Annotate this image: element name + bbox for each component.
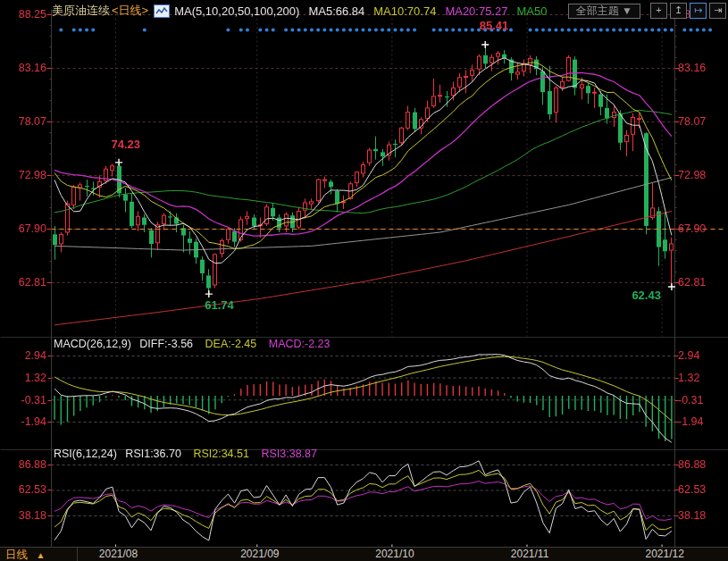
macd-y-label: 2.94 [678, 349, 726, 362]
macd-title[interactable]: MACD(26,12,9) [54, 338, 131, 350]
main-y-label: 67.90 [0, 222, 46, 235]
macd-value: MACD:-2.23 [269, 338, 331, 350]
rsi-title[interactable]: RSI(6,12,24) [54, 448, 117, 460]
date-label: 2021/08 [92, 548, 146, 560]
date-label: 2021/12 [638, 548, 691, 560]
symbol-name[interactable]: 美原油连续 [52, 3, 110, 19]
macd-y-label: 1.32 [0, 372, 46, 384]
macd-header: MACD(26,12,9) DIFF:-3.56 DEA:-2.45 MACD:… [54, 338, 331, 350]
date-label: 2021/11 [503, 548, 556, 560]
main-y-label: 78.07 [678, 115, 726, 128]
ma50-value: MA50 [517, 4, 548, 18]
macd-y-label: -0.31 [0, 394, 46, 406]
rsi-y-label: 86.88 [0, 458, 46, 471]
theme-dropdown[interactable]: 全部主题 ▼ [568, 4, 640, 19]
main-y-label: 88.25 [0, 8, 46, 21]
main-y-label: 62.81 [678, 276, 726, 289]
period-selector[interactable]: 日线 ▲ [0, 548, 78, 561]
rsi1-value: RSI1:36.70 [125, 448, 181, 460]
chart-canvas[interactable] [0, 0, 728, 561]
macd-y-label: -0.31 [678, 394, 726, 406]
period-label: 日线 [5, 548, 28, 561]
annotation-low: 61.74 [205, 298, 234, 312]
rsi-header: RSI(6,12,24) RSI1:36.70 RSI2:34.51 RSI3:… [54, 448, 317, 460]
annotation-low: 62.43 [632, 289, 661, 302]
date-label: 2021/09 [233, 548, 287, 560]
period-arrow-icon: ▲ [36, 550, 45, 560]
rsi2-value: RSI2:34.51 [193, 448, 249, 460]
rsi-y-label: 86.88 [678, 458, 726, 471]
main-y-label: 83.16 [678, 62, 726, 74]
macd-y-label: -1.94 [678, 415, 726, 428]
rsi-y-label: 62.53 [678, 483, 726, 496]
expand-right-icon[interactable]: ⇥ [709, 3, 726, 19]
zoom-vertical-icon[interactable]: ↥ [670, 3, 687, 19]
annotation-high: 74.23 [112, 138, 141, 151]
macd-y-label: 1.32 [678, 372, 726, 384]
rsi3-value: RSI3:38.87 [261, 448, 317, 460]
chart-header: 美原油连续 <日线> MA(5,10,20,50,100,200) MA5:66… [52, 2, 726, 20]
rsi-y-label: 38.18 [678, 509, 726, 522]
rsi-y-label: 62.53 [0, 483, 46, 496]
ma20-value: MA20:75.27 [445, 4, 507, 18]
macd-y-label: -1.94 [0, 415, 46, 428]
zoom-horizontal-icon[interactable]: ↦ [690, 3, 707, 19]
ma10-value: MA10:70.74 [373, 4, 436, 18]
main-y-label: 83.16 [0, 62, 46, 74]
main-y-label: 72.98 [0, 169, 46, 181]
period-tag[interactable]: <日线> [112, 3, 148, 19]
chart-app: 美原油连续 <日线> MA(5,10,20,50,100,200) MA5:66… [0, 0, 728, 561]
macd-y-label: 2.94 [0, 349, 46, 362]
annotation-high: 85.41 [480, 19, 509, 32]
main-y-label: 62.81 [0, 276, 46, 289]
pan-icon[interactable]: + [650, 3, 667, 19]
date-label: 2021/10 [368, 548, 422, 560]
macd-dea-value: DEA:-2.45 [205, 338, 257, 350]
macd-diff-value: DIFF:-3.56 [139, 338, 193, 350]
main-y-label: 72.98 [678, 169, 726, 181]
ma5-value: MA5:66.84 [308, 4, 364, 18]
rsi-y-label: 38.18 [0, 509, 46, 522]
chart-type-icon[interactable] [154, 4, 170, 18]
main-y-label-price: 67.90 [678, 222, 726, 235]
main-y-label: 78.07 [0, 115, 46, 128]
ma-params-label: MA(5,10,20,50,100,200) [174, 4, 299, 18]
